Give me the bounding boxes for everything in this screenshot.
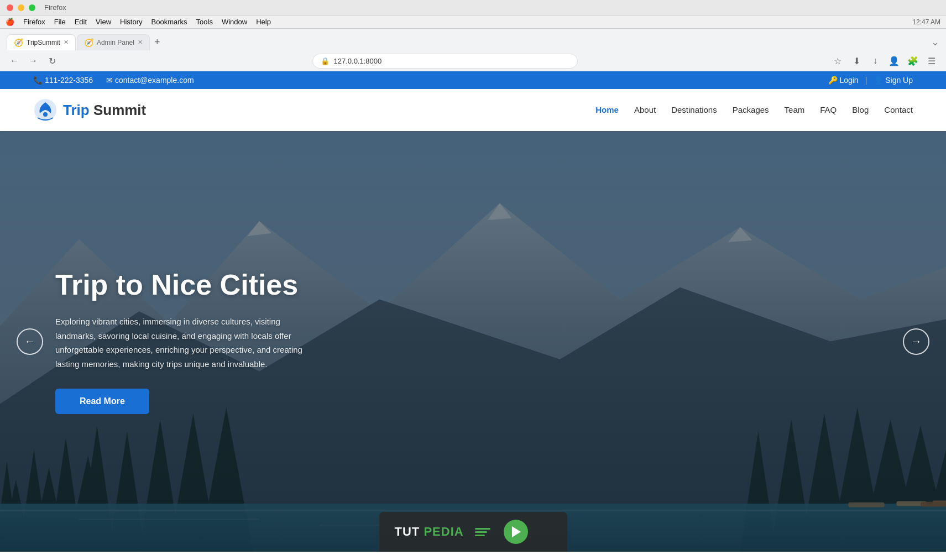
bookmark-button[interactable]: ☆: [830, 53, 845, 69]
mac-menu-bar: 🍎 Firefox File Edit View History Bookmar…: [0, 15, 946, 29]
tab-favicon-1: 🧭: [14, 38, 23, 47]
tutpedia-bar: TUT PEDIA: [379, 512, 567, 552]
url-bar[interactable]: 🔒 127.0.0.1:8000: [312, 54, 578, 69]
logo-icon: [33, 98, 58, 122]
mac-menu-firefox[interactable]: Firefox: [23, 18, 45, 26]
mac-dot-red[interactable]: [7, 4, 13, 11]
tab-admin[interactable]: 🧭 Admin Panel ✕: [77, 34, 150, 50]
tut-text: TUT: [395, 525, 420, 538]
tab-label-1: TripSummit: [27, 39, 60, 46]
carousel-next-button[interactable]: →: [903, 328, 929, 355]
email-icon: ✉: [106, 76, 113, 85]
tabs-menu-button[interactable]: ⌄: [931, 36, 939, 48]
hero-content: Trip to Nice Cities Exploring vibrant ci…: [0, 269, 376, 415]
signup-link[interactable]: 👤 Sign Up: [874, 76, 913, 85]
mac-menu-tools[interactable]: Tools: [196, 18, 213, 26]
nav-packages[interactable]: Packages: [733, 105, 769, 114]
tutpedia-play-button[interactable]: [504, 520, 528, 544]
tutpedia-line-1: [475, 528, 490, 530]
login-link[interactable]: 🔑 Login: [828, 76, 859, 85]
new-tab-button[interactable]: +: [151, 36, 164, 48]
nav-blog[interactable]: Blog: [852, 105, 869, 114]
download-button[interactable]: ↓: [867, 53, 883, 69]
nav-faq[interactable]: FAQ: [820, 105, 837, 114]
phone-icon: 📞: [33, 76, 43, 85]
mac-menu-help[interactable]: Help: [256, 18, 271, 26]
extensions-button[interactable]: 🧩: [905, 53, 921, 69]
nav-divider: |: [865, 76, 867, 85]
url-text: 127.0.0.1:8000: [334, 57, 382, 65]
tutpedia-logo: TUT PEDIA: [395, 525, 464, 539]
menu-button[interactable]: ☰: [924, 53, 939, 69]
logo-trip: Trip: [63, 102, 90, 118]
mac-menu-view[interactable]: View: [96, 18, 111, 26]
carousel-prev-button[interactable]: ←: [17, 328, 43, 355]
mac-menu-window[interactable]: Window: [222, 18, 247, 26]
svg-point-1: [43, 112, 48, 117]
arrow-right-icon: →: [911, 335, 922, 348]
tab-close-2[interactable]: ✕: [138, 39, 143, 46]
top-bar: 📞 111-222-3356 ✉ contact@example.com 🔑 L…: [0, 71, 946, 89]
security-icon: 🔒: [321, 57, 330, 65]
tab-bar: 🧭 TripSummit ✕ 🧭 Admin Panel ✕ + ⌄: [0, 29, 946, 51]
nav-links: Home About Destinations Packages Team FA…: [595, 105, 913, 115]
hero-section: ← Trip to Nice Cities Exploring vibrant …: [0, 131, 946, 552]
hero-title: Trip to Nice Cities: [55, 269, 321, 302]
logo-summit: Summit: [93, 102, 146, 118]
tutpedia-lines-icon: [475, 528, 490, 536]
address-bar-row: ← → ↻ 🔒 127.0.0.1:8000 ☆ ⬇ ↓ 👤 🧩 ☰: [0, 51, 946, 71]
back-button[interactable]: ←: [7, 53, 22, 69]
arrow-left-icon: ←: [24, 335, 35, 348]
tutpedia-line-2: [475, 531, 487, 533]
mac-apple-menu[interactable]: 🍎: [6, 18, 14, 26]
mac-menu-file[interactable]: File: [54, 18, 66, 26]
play-icon: [512, 526, 521, 537]
top-bar-left: 📞 111-222-3356 ✉ contact@example.com: [33, 76, 194, 85]
top-bar-right: 🔑 Login | 👤 Sign Up: [828, 76, 913, 85]
phone-number: 📞 111-222-3356: [33, 76, 93, 85]
mac-menu-bookmarks[interactable]: Bookmarks: [151, 18, 187, 26]
nav-contact[interactable]: Contact: [884, 105, 913, 114]
pedia-text: PEDIA: [424, 525, 463, 538]
pocket-button[interactable]: ⬇: [849, 53, 864, 69]
tab-close-1[interactable]: ✕: [64, 39, 69, 46]
logo-link[interactable]: Trip Summit: [33, 98, 146, 122]
tab-label-2: Admin Panel: [97, 39, 134, 46]
hero-description: Exploring vibrant cities, immersing in d…: [55, 315, 321, 371]
logo-text: Trip Summit: [63, 102, 146, 119]
login-icon: 🔑: [828, 76, 838, 85]
nav-home[interactable]: Home: [595, 105, 619, 114]
forward-button[interactable]: →: [25, 53, 41, 69]
tutpedia-line-3: [475, 535, 485, 536]
mac-menu-history[interactable]: History: [120, 18, 142, 26]
mac-titlebar: Firefox: [0, 0, 946, 15]
mac-firefox-label: Firefox: [44, 3, 66, 12]
nav-team[interactable]: Team: [785, 105, 805, 114]
account-button[interactable]: 👤: [886, 53, 902, 69]
browser-chrome: 🧭 TripSummit ✕ 🧭 Admin Panel ✕ + ⌄ ← → ↻…: [0, 29, 946, 71]
tab-tripsummit[interactable]: 🧭 TripSummit ✕: [7, 34, 76, 50]
mac-dot-green[interactable]: [29, 4, 35, 11]
nav-about[interactable]: About: [634, 105, 656, 114]
email-address: ✉ contact@example.com: [106, 76, 194, 85]
reload-button[interactable]: ↻: [44, 53, 60, 69]
website: 📞 111-222-3356 ✉ contact@example.com 🔑 L…: [0, 71, 946, 556]
read-more-button[interactable]: Read More: [55, 389, 149, 414]
nav-destinations[interactable]: Destinations: [671, 105, 717, 114]
user-icon: 👤: [874, 76, 883, 85]
mac-menu-edit[interactable]: Edit: [75, 18, 87, 26]
mac-dot-yellow[interactable]: [18, 4, 24, 11]
navbar: Trip Summit Home About Destinations Pack…: [0, 89, 946, 131]
mac-clock: 12:47 AM: [912, 18, 940, 26]
tab-favicon-2: 🧭: [84, 38, 93, 47]
